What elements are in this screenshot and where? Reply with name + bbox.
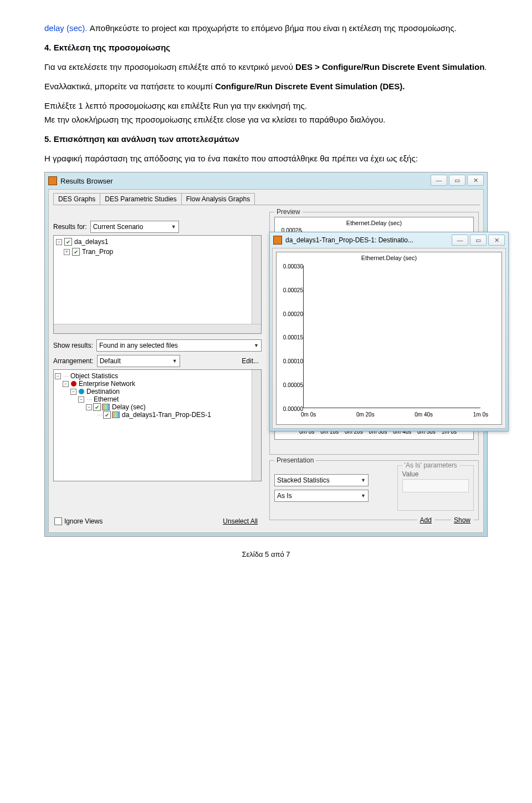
close-button[interactable]: ✕ (467, 175, 484, 186)
arrangement-label: Arrangement: (53, 357, 94, 365)
left-panel: Results for: Current Scenario▼ − ✔ da_de… (53, 221, 262, 528)
scrollbar-vertical[interactable] (252, 370, 261, 481)
chevron-down-icon: ▼ (171, 224, 176, 230)
minimize-button[interactable]: — (452, 235, 468, 246)
maximize-button[interactable]: ▭ (470, 235, 487, 246)
chevron-down-icon: ▼ (361, 493, 366, 499)
preview-label: Preview (274, 208, 303, 216)
tree-node-object-statistics[interactable]: −⋯Object Statistics (55, 372, 260, 380)
show-results-select[interactable]: Found in any selected files▼ (96, 339, 262, 352)
tree-node-destination[interactable]: −Destination (55, 388, 260, 395)
window-body: DES Graphs DES Parametric Studies Flow A… (48, 189, 484, 533)
chart-popup-window[interactable]: da_delays1-Tran_Prop-DES-1: Destinatio..… (269, 232, 509, 431)
tree-node-delay-sec[interactable]: −✔Delay (sec) (55, 403, 260, 411)
highlight-text: delay (sec). (44, 23, 88, 33)
popup-body: Ethernet.Delay (sec) 0.00030 0.00025 0.0… (272, 248, 506, 429)
scrollbar-horizontal[interactable] (54, 324, 261, 333)
scenario-tree[interactable]: − ✔ da_delays1 + ✔ Tran_Prop (53, 235, 262, 334)
show-button[interactable]: Show (451, 515, 473, 526)
tree-node-ethernet[interactable]: −⋯Ethernet (55, 395, 260, 403)
graph-icon (112, 411, 120, 418)
unselect-all-button[interactable]: Unselect All (220, 516, 260, 527)
tab-underline (53, 205, 480, 205)
paragraph: delay (sec). Αποθηκεύστε το project και … (44, 22, 488, 34)
chevron-down-icon: ▼ (172, 358, 177, 364)
results-browser-window: Results Browser — ▭ ✕ DES Graphs DES Par… (45, 172, 487, 536)
tree-node-enterprise-network[interactable]: −Enterprise Network (55, 380, 260, 388)
expand-minus-icon[interactable]: − (56, 239, 62, 245)
presentation-select-1[interactable]: Stacked Statistics▼ (274, 474, 369, 486)
checkbox[interactable]: ✔ (72, 248, 80, 256)
results-for-select[interactable]: Current Scenario▼ (90, 221, 179, 233)
asis-param-label: 'As Is' parameters (402, 461, 459, 469)
edit-button[interactable]: Edit... (239, 355, 262, 367)
embedded-screenshot: Results Browser — ▭ ✕ DES Graphs DES Par… (44, 172, 488, 537)
popup-chart: Ethernet.Delay (sec) 0.00030 0.00025 0.0… (276, 252, 502, 425)
checkbox[interactable]: ✔ (103, 411, 111, 419)
add-button[interactable]: Add (417, 515, 434, 526)
as-is-param-group: 'As Is' parameters Value (397, 465, 474, 511)
expand-minus-icon[interactable]: − (78, 397, 84, 403)
tabstrip: DES Graphs DES Parametric Studies Flow A… (49, 190, 483, 205)
heading-5: 5. Επισκόπηση και ανάλυση των αποτελεσμά… (44, 133, 488, 145)
popup-title: da_delays1-Tran_Prop-DES-1: Destinatio..… (285, 236, 413, 244)
graph-icon (102, 404, 110, 410)
x-axis-labels: 0m 0s 0m 20s 0m 40s 1m 0s (277, 410, 502, 420)
paragraph: Εναλλακτικά, μπορείτε να πατήσετε το κου… (44, 80, 488, 92)
expand-plus-icon[interactable]: + (64, 249, 70, 255)
expand-minus-icon[interactable]: − (86, 404, 92, 410)
app-icon (273, 236, 282, 245)
chevron-down-icon: ▼ (361, 477, 366, 483)
window-title: Results Browser (60, 177, 113, 185)
window-titlebar[interactable]: Results Browser — ▭ ✕ (45, 172, 487, 189)
chart-title: Ethernet.Delay (sec) (275, 217, 473, 228)
node-icon-cyan (79, 389, 84, 394)
expand-minus-icon[interactable]: − (70, 389, 76, 395)
checkbox[interactable]: ✔ (93, 403, 101, 411)
page-footer: Σελίδα 5 από 7 (44, 537, 488, 564)
heading-4: 4. Εκτέλεση της προσομοίωσης (44, 42, 488, 53)
scrollbar-vertical[interactable] (252, 236, 261, 333)
results-for-label: Results for: (53, 223, 87, 231)
value-column-label: Value (402, 470, 469, 478)
close-button[interactable]: ✕ (488, 235, 505, 246)
maximize-button[interactable]: ▭ (449, 175, 466, 186)
minimize-button[interactable]: — (431, 175, 447, 186)
value-input[interactable] (402, 479, 469, 492)
expand-minus-icon[interactable]: − (63, 381, 69, 387)
app-icon (48, 176, 57, 185)
tree-node-des-run[interactable]: ⋯✔da_delays1-Tran_Prop-DES-1 (55, 411, 260, 419)
tab-flow-analysis[interactable]: Flow Analysis Graphs (181, 193, 255, 205)
checkbox[interactable] (54, 517, 62, 525)
popup-titlebar[interactable]: da_delays1-Tran_Prop-DES-1: Destinatio..… (270, 232, 508, 248)
presentation-select-2[interactable]: As Is▼ (274, 490, 369, 502)
node-icon-red (71, 381, 76, 387)
document-body: delay (sec). Αποθηκεύστε το project και … (44, 22, 488, 164)
tree-item-da-delays1[interactable]: − ✔ da_delays1 (54, 236, 261, 247)
show-results-label: Show results: (53, 342, 93, 349)
presentation-label: Presentation (274, 456, 316, 464)
chart-title: Ethernet.Delay (sec) (277, 252, 502, 263)
tree-item-tran-prop[interactable]: + ✔ Tran_Prop (54, 247, 261, 257)
ignore-views-checkbox[interactable]: Ignore Views (54, 517, 103, 525)
presentation-group: Presentation Stacked Statistics▼ As Is▼ (269, 460, 479, 520)
checkbox[interactable]: ✔ (64, 238, 72, 246)
tab-des-graphs[interactable]: DES Graphs (53, 193, 100, 205)
tab-des-parametric[interactable]: DES Parametric Studies (100, 193, 181, 205)
arrangement-select[interactable]: Default▼ (97, 355, 180, 367)
statistics-tree[interactable]: −⋯Object Statistics −Enterprise Network … (53, 369, 262, 481)
paragraph: Επιλέξτε 1 λεπτό προσομοίωσης και επιλέξ… (44, 100, 488, 111)
paragraph: Με την ολοκλήρωση της προσομοίωσης επιλέ… (44, 114, 488, 125)
expand-minus-icon[interactable]: − (55, 373, 61, 379)
paragraph: Για να εκτελέσετε την προσομοίωση επιλέξ… (44, 61, 488, 73)
chevron-down-icon: ▼ (254, 343, 259, 348)
plot-area (303, 266, 480, 408)
paragraph: Η γραφική παράσταση της απόδοσης για το … (44, 153, 488, 164)
y-axis-labels: 0.00030 0.00025 0.00020 0.00015 0.00010 … (279, 263, 303, 412)
